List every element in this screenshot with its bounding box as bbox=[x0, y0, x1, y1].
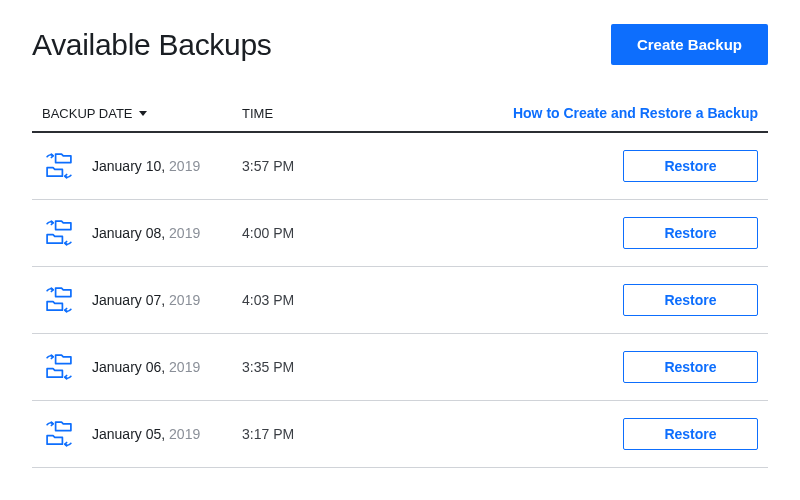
row-action: Restore bbox=[402, 284, 758, 316]
backup-date-year: 2019 bbox=[169, 225, 200, 241]
table-header: BACKUP DATE TIME How to Create and Resto… bbox=[32, 105, 768, 133]
restore-button[interactable]: Restore bbox=[623, 351, 758, 383]
restore-button[interactable]: Restore bbox=[623, 150, 758, 182]
backup-date-year: 2019 bbox=[169, 292, 200, 308]
backup-folders-icon bbox=[42, 417, 92, 451]
column-header-date[interactable]: BACKUP DATE bbox=[42, 106, 242, 121]
backup-date-year: 2019 bbox=[169, 359, 200, 375]
backup-date: January 10, 2019 bbox=[92, 158, 242, 174]
table-row: January 07, 20194:03 PMRestore bbox=[32, 267, 768, 334]
backup-date: January 08, 2019 bbox=[92, 225, 242, 241]
backup-folders-icon bbox=[42, 216, 92, 250]
restore-button[interactable]: Restore bbox=[623, 284, 758, 316]
backup-time: 3:35 PM bbox=[242, 359, 402, 375]
row-action: Restore bbox=[402, 217, 758, 249]
backup-date: January 05, 2019 bbox=[92, 426, 242, 442]
table-row: January 06, 20193:35 PMRestore bbox=[32, 334, 768, 401]
row-action: Restore bbox=[402, 418, 758, 450]
create-backup-button[interactable]: Create Backup bbox=[611, 24, 768, 65]
backup-folders-icon bbox=[42, 350, 92, 384]
backup-folders-icon bbox=[42, 283, 92, 317]
backup-time: 3:57 PM bbox=[242, 158, 402, 174]
backup-date-year: 2019 bbox=[169, 426, 200, 442]
backup-date-year: 2019 bbox=[169, 158, 200, 174]
header: Available Backups Create Backup bbox=[32, 24, 768, 65]
backup-date-main: January 05, bbox=[92, 426, 165, 442]
backup-date-main: January 08, bbox=[92, 225, 165, 241]
row-action: Restore bbox=[402, 351, 758, 383]
backup-date-main: January 07, bbox=[92, 292, 165, 308]
backup-time: 3:17 PM bbox=[242, 426, 402, 442]
sort-caret-icon bbox=[139, 111, 147, 116]
backup-date-main: January 06, bbox=[92, 359, 165, 375]
restore-button[interactable]: Restore bbox=[623, 217, 758, 249]
table-row: January 05, 20193:17 PMRestore bbox=[32, 401, 768, 468]
backup-time: 4:03 PM bbox=[242, 292, 402, 308]
column-header-date-label: BACKUP DATE bbox=[42, 106, 133, 121]
backup-table-body: January 10, 20193:57 PMRestore January 0… bbox=[32, 133, 768, 468]
backup-time: 4:00 PM bbox=[242, 225, 402, 241]
page-title: Available Backups bbox=[32, 28, 272, 62]
restore-button[interactable]: Restore bbox=[623, 418, 758, 450]
table-row: January 08, 20194:00 PMRestore bbox=[32, 200, 768, 267]
help-link[interactable]: How to Create and Restore a Backup bbox=[402, 105, 758, 121]
row-action: Restore bbox=[402, 150, 758, 182]
column-header-time: TIME bbox=[242, 106, 402, 121]
backup-date-main: January 10, bbox=[92, 158, 165, 174]
backup-folders-icon bbox=[42, 149, 92, 183]
backup-date: January 06, 2019 bbox=[92, 359, 242, 375]
table-row: January 10, 20193:57 PMRestore bbox=[32, 133, 768, 200]
backup-date: January 07, 2019 bbox=[92, 292, 242, 308]
